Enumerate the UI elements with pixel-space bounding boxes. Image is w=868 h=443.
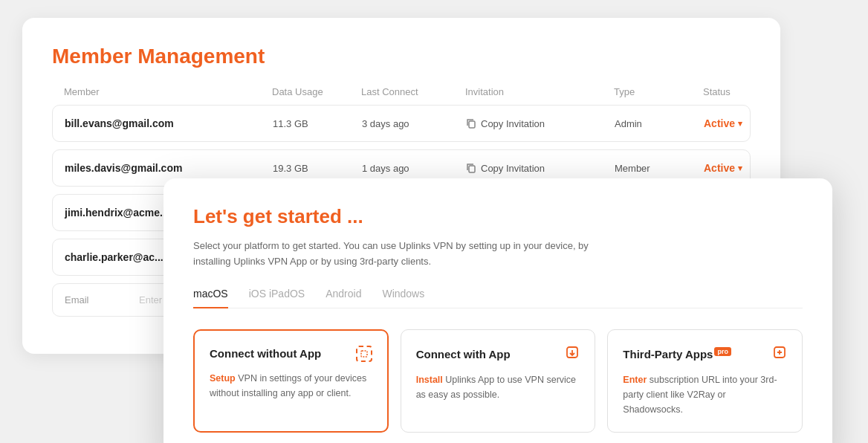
option-title: Connect without App — [210, 347, 321, 360]
col-status: Status — [703, 86, 807, 97]
chevron-down-icon: ▾ — [738, 164, 742, 173]
copy-invitation-button[interactable]: Copy Invitation — [466, 163, 615, 174]
option-header: Connect without App — [210, 346, 372, 362]
connect-without-app-icon — [356, 346, 372, 362]
col-data-usage: Data Usage — [272, 86, 361, 97]
col-type: Type — [614, 86, 703, 97]
member-type: Admin — [615, 118, 704, 129]
member-email: miles.davis@gmail.com — [65, 162, 273, 174]
svg-rect-1 — [469, 166, 475, 172]
modal-description: Select your platform to get started. You… — [193, 239, 609, 270]
option-description: Install Uplinks App to use VPN service a… — [416, 372, 580, 402]
copy-icon — [466, 118, 476, 129]
chevron-down-icon: ▾ — [738, 119, 742, 129]
download-icon — [565, 345, 580, 363]
option-header: Third-Party Appspro — [623, 345, 787, 363]
data-usage: 19.3 GB — [273, 163, 362, 174]
copy-icon — [466, 163, 476, 173]
option-header: Connect with App — [416, 345, 580, 363]
page-title: Member Management — [52, 45, 751, 68]
col-invitation: Invitation — [465, 86, 614, 97]
member-type: Member — [615, 163, 704, 174]
svg-rect-0 — [469, 121, 475, 128]
connect-without-app-card[interactable]: Connect without App Setup VPN in setting… — [193, 329, 389, 433]
tab-macos[interactable]: macOS — [193, 288, 228, 308]
member-email: bill.evans@gmail.com — [65, 117, 273, 129]
status-badge[interactable]: Active ▾ — [704, 162, 808, 174]
plus-icon — [772, 345, 787, 363]
table-row: bill.evans@gmail.com 11.3 GB 3 days ago … — [52, 105, 751, 142]
last-connect: 3 days ago — [362, 118, 466, 129]
table-header: Member Data Usage Last Connect Invitatio… — [52, 86, 751, 105]
modal-title: Let's get started ... — [193, 205, 803, 228]
svg-rect-2 — [361, 351, 367, 357]
tab-android[interactable]: Android — [326, 288, 361, 308]
option-description: Setup VPN in settings of your devices wi… — [210, 371, 372, 401]
status-badge[interactable]: Active ▾ — [704, 117, 808, 129]
option-title: Connect with App — [416, 348, 511, 360]
third-party-apps-card[interactable]: Third-Party Appspro Enter subscription U… — [607, 329, 803, 433]
option-title: Third-Party Appspro — [623, 347, 731, 360]
modal-card: Let's get started ... Select your platfo… — [163, 178, 832, 443]
option-description: Enter subscription URL into your 3rd-par… — [623, 372, 787, 417]
platform-tabs: macOS iOS iPadOS Android Windows — [193, 288, 803, 308]
copy-invitation-button[interactable]: Copy Invitation — [466, 118, 615, 129]
tab-windows[interactable]: Windows — [382, 288, 424, 308]
col-last-connect: Last Connect — [361, 86, 465, 97]
connect-with-app-card[interactable]: Connect with App Install Uplinks App to … — [401, 329, 596, 433]
pro-badge: pro — [714, 347, 731, 356]
connection-options: Connect without App Setup VPN in setting… — [193, 329, 803, 433]
tab-ios[interactable]: iOS iPadOS — [249, 288, 305, 308]
email-label: Email — [65, 294, 139, 305]
col-member: Member — [64, 86, 272, 97]
data-usage: 11.3 GB — [273, 118, 362, 129]
last-connect: 1 days ago — [362, 163, 466, 174]
